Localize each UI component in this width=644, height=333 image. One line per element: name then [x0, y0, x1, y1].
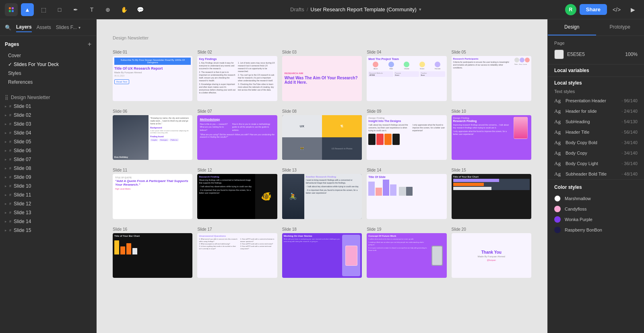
- color-style-marshmallow[interactable]: Marshmallow: [548, 193, 644, 204]
- slide-19-content: Concept Of Future Work I outline what ne…: [368, 235, 427, 277]
- slide-01[interactable]: Subscribe To My Free Design Newsletter R…: [113, 56, 192, 101]
- layer-item-slide14[interactable]: ▸ # Slide 14: [0, 217, 96, 226]
- slide-07[interactable]: Methodology How is this to you — researc…: [197, 115, 277, 160]
- slide-09[interactable]: Design Finding Insight Into The Designs …: [367, 115, 446, 160]
- page-color-swatch[interactable]: [554, 50, 564, 59]
- slide-20-subtitle: Made By Furquan Ahmed: [478, 255, 505, 258]
- pages-header: Pages +: [5, 41, 91, 48]
- chevron-right-icon: ▸: [5, 149, 7, 153]
- slide-19[interactable]: Concept Of Future Work I outline what ne…: [367, 233, 446, 278]
- layer-item-design-newsletter[interactable]: ⣿ Design Newsletter: [0, 93, 96, 102]
- layer-item-slide01[interactable]: ▸ # Slide 01: [0, 102, 96, 111]
- text-style-header-title[interactable]: Ag Header Title · 56/140: [548, 127, 644, 137]
- tab-assets[interactable]: Assets: [37, 23, 51, 32]
- layer-item-slide04[interactable]: ▸ # Slide 04: [0, 128, 96, 137]
- slide-13-label: Slide 13: [282, 168, 362, 172]
- tab-slides[interactable]: Slides F... ▾: [56, 23, 80, 32]
- slide-11[interactable]: TITLE OF QUOTE "Add A Quote From A Parti…: [113, 174, 192, 219]
- frame-tool-button[interactable]: ⬚: [37, 3, 50, 16]
- layer-item-slide08[interactable]: ▸ # Slide 08: [0, 164, 96, 173]
- breadcrumb-separator: /: [307, 6, 308, 12]
- raspberry-swatch: [554, 227, 561, 233]
- breadcrumb: Drafts / User Research Report Template (…: [290, 6, 421, 12]
- chevron-down-icon[interactable]: ▾: [419, 7, 421, 12]
- slide-14-title: Title Of Slide: [368, 176, 445, 178]
- chevron-right-icon: ▸: [5, 166, 7, 170]
- text-tool-button[interactable]: T: [85, 3, 98, 16]
- slide-18[interactable]: Working On User Stories Work with your t…: [282, 233, 362, 278]
- color-style-raspberry[interactable]: Raspberry BonBon: [548, 225, 644, 235]
- slide-13-container: Slide 13 🚴 Another Research Finding I wa…: [282, 168, 362, 219]
- tab-prototype[interactable]: Prototype: [596, 19, 644, 35]
- slide-12[interactable]: Research Finding Observing findings with…: [197, 174, 277, 219]
- slide-04[interactable]: Meet The Project Team Annie Bilal: [367, 56, 446, 101]
- slide-08[interactable]: UX 🏗 🚧 US Research in Photos: [282, 115, 362, 160]
- text-styles-title: Text styles: [554, 89, 638, 94]
- layer-item-slide13[interactable]: ▸ # Slide 13: [0, 208, 96, 217]
- page-item-styles[interactable]: Styles: [5, 69, 91, 78]
- ag-icon-3: Ag: [554, 118, 562, 125]
- main-menu-button[interactable]: [5, 3, 18, 16]
- layer-item-slide02[interactable]: ▸ # Slide 02: [0, 111, 96, 120]
- present-button[interactable]: ▶: [626, 3, 639, 16]
- svg-rect-2: [9, 10, 11, 12]
- ag-icon-6: Ag: [554, 150, 562, 156]
- layer-item-slide06[interactable]: ▸ # Slide 06: [0, 146, 96, 155]
- text-style-subheader-bold[interactable]: Ag Subheader Bold Title · 48/140: [548, 169, 644, 179]
- frame-icon: #: [9, 104, 11, 108]
- text-style-body-copy[interactable]: Ag Body Copy · 34/140: [548, 148, 644, 158]
- slide-17[interactable]: Unanswered Questions 1. What weren't you…: [197, 233, 277, 278]
- chevron-right-icon: ▸: [5, 193, 7, 197]
- slide-14[interactable]: Title Of Slide: [367, 174, 446, 219]
- slide-02-col1: 1. Key Findings struck made it easy for …: [199, 62, 237, 94]
- add-page-button[interactable]: +: [88, 41, 91, 48]
- page-item-slides[interactable]: ✓ Slides For Your Deck: [5, 60, 91, 69]
- layer-item-slide03[interactable]: ▸ # Slide 03: [0, 120, 96, 128]
- layer-item-slide11[interactable]: ▸ # Slide 11: [0, 190, 96, 199]
- hand-tool-button[interactable]: ✋: [118, 3, 130, 16]
- slide-19-phone: [429, 235, 445, 277]
- slide-13[interactable]: 🚴 Another Research Finding I want to bri…: [282, 174, 362, 219]
- slide-05[interactable]: Research Participants Criteria for parti…: [452, 56, 531, 101]
- shape-tool-button[interactable]: □: [53, 3, 66, 16]
- comment-tool-button[interactable]: 💬: [134, 3, 147, 16]
- text-style-body-copy-light[interactable]: Ag Body Copy Light · 36/140: [548, 158, 644, 169]
- layer-item-slide10[interactable]: ▸ # Slide 10: [0, 182, 96, 190]
- page-item-references[interactable]: References: [5, 78, 91, 87]
- layer-item-slide12[interactable]: ▸ # Slide 12: [0, 199, 96, 208]
- breadcrumb-drafts[interactable]: Drafts: [290, 6, 304, 12]
- page-color-value[interactable]: E5E5E5: [567, 52, 622, 57]
- share-button[interactable]: Share: [580, 4, 607, 15]
- page-item-cover[interactable]: Cover: [5, 51, 91, 60]
- tab-design[interactable]: Design: [548, 19, 596, 35]
- tab-layers[interactable]: Layers: [16, 23, 32, 32]
- text-style-header-slide[interactable]: Ag Header for slide · 24/140: [548, 106, 644, 116]
- team-member-1: Annie: [368, 62, 383, 70]
- section-icon: ⣿: [5, 95, 8, 100]
- code-view-button[interactable]: </>: [610, 3, 623, 16]
- layer-item-slide09[interactable]: ▸ # Slide 09: [0, 173, 96, 182]
- text-style-subheading[interactable]: Ag SubHeading · 54/130: [548, 116, 644, 127]
- move-tool-button[interactable]: ▲: [21, 3, 34, 16]
- slide-06[interactable]: Eva Holiday "Knowing my name, the city a…: [113, 115, 192, 160]
- file-name[interactable]: User Research Report Template (Community…: [310, 6, 416, 12]
- text-style-body-copy-bold[interactable]: Ag Body Copy Bold · 34/140: [548, 137, 644, 148]
- slide-16[interactable]: Title of Your Bar Chart: [113, 233, 192, 278]
- slide-16-chart: [114, 238, 191, 254]
- component-tool-button[interactable]: ⊕: [101, 3, 114, 16]
- page-opacity-value[interactable]: 100%: [625, 52, 638, 57]
- pen-tool-button[interactable]: ✒: [69, 3, 82, 16]
- slide-20[interactable]: Thank You Made By Furquan Ahmed @furquan: [452, 233, 531, 278]
- slide-15-label: Slide 15: [452, 168, 531, 172]
- layer-item-slide15[interactable]: ▸ # Slide 15: [0, 226, 96, 235]
- layer-item-slide07[interactable]: ▸ # Slide 07: [0, 155, 96, 164]
- slide-03[interactable]: RESEARCH AIM What Was The Aim Of Your Re…: [282, 56, 362, 101]
- slide-15[interactable]: Title of Your Bar Chart: [452, 174, 531, 219]
- layer-item-slide05[interactable]: ▸ # Slide 05: [0, 137, 96, 146]
- slide-grid-row1: Slide 01 Subscribe To My Free Design New…: [113, 50, 531, 101]
- color-style-wonka-purple[interactable]: Wonka Purple: [548, 214, 644, 225]
- text-style-presentation-header[interactable]: Ag Presentation Header · 96/140: [548, 95, 644, 106]
- slide-10[interactable]: Design Finding Research Finding Improvin…: [452, 115, 531, 160]
- slide-02[interactable]: Key Findings 1. Key Findings struck made…: [197, 56, 277, 101]
- color-style-candyfloss[interactable]: Candyfloss: [548, 204, 644, 214]
